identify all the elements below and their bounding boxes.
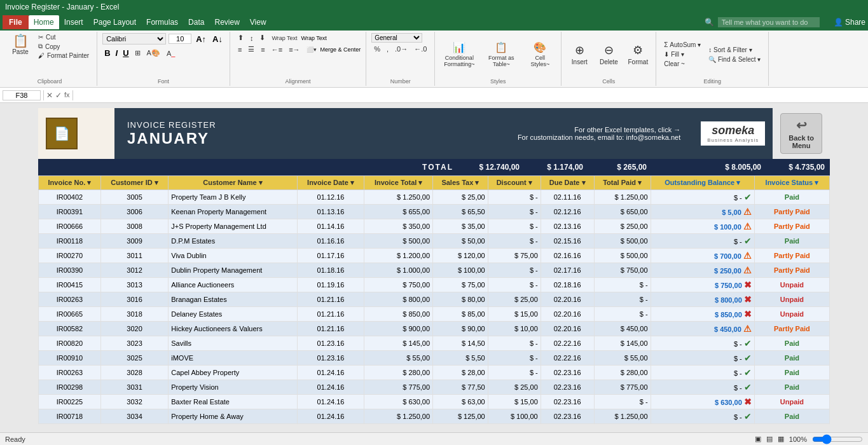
wrap-text-label[interactable]: Wrap Text: [301, 35, 327, 41]
back-to-menu-button[interactable]: ↩ Back toMenu: [780, 113, 822, 154]
font-grow-button[interactable]: A↑: [194, 34, 208, 44]
bold-button[interactable]: B: [102, 48, 112, 58]
number-format-select[interactable]: General: [371, 33, 422, 43]
sheet-view-normal[interactable]: ▣: [755, 435, 761, 443]
insert-icon: ⊕: [575, 43, 584, 57]
cell-invoice-no: IR00391: [39, 205, 101, 219]
sheet-view-layout[interactable]: ▤: [766, 435, 773, 443]
fill-button[interactable]: ⬇ Fill ▾: [661, 50, 703, 58]
cell-invoice-no: IR00225: [39, 395, 101, 409]
insert-function-icon[interactable]: fx: [64, 91, 70, 100]
formula-divider2: [72, 90, 73, 100]
file-menu[interactable]: File: [3, 15, 29, 29]
cell-due-date: 02.23.16: [541, 366, 594, 380]
merge-center-label[interactable]: Merge & Center: [320, 46, 361, 53]
menu-bar: File Home Insert Page Layout Formulas Da…: [0, 14, 868, 31]
menu-home[interactable]: Home: [29, 15, 59, 29]
cell-invoice-no: IR00263: [39, 366, 101, 380]
align-left-button[interactable]: ≡: [235, 45, 244, 54]
cell-total-paid: $ -: [594, 292, 651, 307]
menu-data[interactable]: Data: [183, 15, 209, 29]
cell-customer-name: Hickey Auctioneers & Valuers: [169, 322, 297, 336]
cell-invoice-total: $ 900,00: [364, 322, 433, 336]
decrease-indent-button[interactable]: ←≡: [269, 45, 285, 54]
cell-invoice-total: $ 280,00: [364, 366, 433, 380]
paste-button[interactable]: 📋 Paste: [8, 33, 33, 57]
insert-button[interactable]: ⊕ Insert: [567, 42, 592, 67]
align-center-button[interactable]: ☰: [245, 44, 257, 54]
cell-discount: $ -: [488, 234, 541, 249]
table-row: IR00270 3011 Viva Dublin 01.17.16 $ 1.20…: [39, 249, 830, 263]
cell-discount: $ 15,00: [488, 307, 541, 322]
share-btn[interactable]: 👤 Share: [834, 18, 865, 27]
cell-due-date: 02.16.16: [541, 249, 594, 263]
cell-due-date: 02.11.16: [541, 190, 594, 205]
cell-customer-id: 3016: [100, 292, 168, 307]
cell-status: Unpaid: [754, 395, 829, 409]
clear-button[interactable]: Clear ~: [661, 60, 703, 68]
font-family-select[interactable]: Calibri: [102, 33, 166, 44]
increase-decimal-button[interactable]: .0→: [392, 44, 410, 53]
italic-button[interactable]: I: [114, 48, 120, 58]
cell-status: Paid: [754, 380, 829, 395]
menu-page-layout[interactable]: Page Layout: [88, 15, 141, 29]
cell-customer-id: 3031: [100, 380, 168, 395]
cell-customer-name: Baxter Real Estate: [169, 395, 297, 409]
font-size-input[interactable]: [169, 34, 191, 44]
cell-customer-name: Branagan Estates: [169, 292, 297, 307]
cell-customer-name: Capel Abbey Property: [169, 366, 297, 380]
cell-due-date: 02.20.16: [541, 322, 594, 336]
align-top-button[interactable]: ⬆: [235, 33, 246, 43]
cell-total-paid: $ 650,00: [594, 205, 651, 219]
sort-filter-button[interactable]: ↕ Sort & Filter ▾: [706, 46, 763, 54]
copy-button[interactable]: ⧉ Copy: [36, 42, 92, 51]
merge-center-button[interactable]: ⬜▾: [304, 46, 319, 53]
menu-formulas[interactable]: Formulas: [141, 15, 183, 29]
font-shrink-button[interactable]: A↓: [210, 34, 224, 44]
table-row: IR00665 3018 Delaney Estates 01.21.16 $ …: [39, 307, 830, 322]
cell-sales-tax: $ 5,50: [433, 351, 488, 366]
wrap-text-button[interactable]: Wrap Text: [269, 34, 300, 42]
status-unpaid-icon: ✖: [744, 280, 752, 290]
cell-total-paid: $ -: [594, 307, 651, 322]
conditional-formatting-button[interactable]: 📊 ConditionalFormatting~: [440, 40, 478, 69]
delete-button[interactable]: ⊖ Delete: [596, 42, 621, 67]
zoom-slider[interactable]: [812, 434, 863, 444]
menu-review[interactable]: Review: [209, 15, 244, 29]
comma-button[interactable]: ,: [384, 44, 391, 53]
cell-status: Unpaid: [754, 307, 829, 322]
cell-due-date: 02.18.16: [541, 278, 594, 292]
format-button[interactable]: ⚙ Format: [625, 42, 651, 67]
align-bottom-button[interactable]: ⬇: [257, 33, 268, 43]
cut-button[interactable]: ✂ Cut: [36, 33, 92, 41]
cell-total-paid: $ 145,00: [594, 336, 651, 351]
underline-button[interactable]: U: [121, 48, 130, 58]
find-select-button[interactable]: 🔍 Find & Select ▾: [706, 55, 763, 64]
cell-discount: $ 25,00: [488, 292, 541, 307]
decrease-decimal-button[interactable]: ←.0: [411, 44, 429, 53]
font-color-button[interactable]: A_: [164, 49, 177, 58]
cell-invoice-date: 01.13.16: [297, 205, 364, 219]
formula-input[interactable]: [76, 91, 865, 100]
align-middle-button[interactable]: ↕: [247, 34, 256, 43]
sheet-view-page[interactable]: ▦: [778, 435, 784, 443]
table-row: IR00390 3012 Dublin Property Management …: [39, 263, 830, 278]
cell-reference-input[interactable]: [3, 90, 41, 100]
menu-view[interactable]: View: [245, 15, 272, 29]
format-as-table-button[interactable]: 📋 Format asTable~: [482, 40, 520, 69]
confirm-formula-icon[interactable]: ✓: [55, 91, 62, 100]
align-right-button[interactable]: ≡: [258, 45, 267, 54]
increase-indent-button[interactable]: ≡→: [286, 45, 302, 54]
cell-sales-tax: $ 25,00: [433, 190, 488, 205]
autosum-button[interactable]: Σ AutoSum ▾: [661, 41, 703, 49]
format-painter-button[interactable]: 🖌 Format Painter: [36, 51, 92, 60]
border-button[interactable]: ⊞: [132, 48, 143, 58]
menu-insert[interactable]: Insert: [59, 15, 88, 29]
search-input[interactable]: [718, 17, 820, 27]
cell-styles-button[interactable]: 🎨 CellStyles~: [524, 40, 556, 69]
fill-color-button[interactable]: A🎨: [144, 48, 163, 58]
spreadsheet-area: 📄 INVOICE REGISTER JANUARY For other Exc…: [0, 103, 868, 432]
percent-button[interactable]: %: [371, 44, 383, 53]
paste-icon: 📋: [13, 34, 29, 47]
cancel-formula-icon[interactable]: ✕: [46, 91, 53, 100]
